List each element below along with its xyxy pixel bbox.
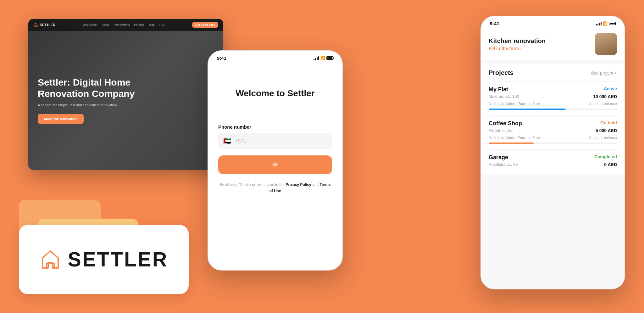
project-status-coffee-shop: On hold xyxy=(600,120,617,125)
footer-text-2: and xyxy=(311,182,320,187)
website-logo-text: SETTLER xyxy=(40,23,55,27)
nav-why-settler[interactable]: Why Settler xyxy=(83,23,97,26)
website-navbar: SETTLER Why Settler About How it works P… xyxy=(28,19,223,31)
nav-blog[interactable]: Blog xyxy=(149,23,155,26)
wifi-icon: 📶 xyxy=(320,56,325,60)
projects-status-time: 9:41 xyxy=(490,21,499,26)
signal-bars-icon xyxy=(314,56,319,60)
hero-content: Settler: Digital Home Renovation Company… xyxy=(38,77,214,124)
proj-battery-icon xyxy=(609,22,616,25)
project-name-garage: Garage xyxy=(489,154,508,161)
project-amount-my-flat: 10 000 AED xyxy=(593,94,617,99)
house-logo-icon xyxy=(39,249,61,271)
kitchen-image xyxy=(595,33,617,55)
logo-card: SETTLER xyxy=(19,225,189,294)
welcome-title: Welcome to Settler xyxy=(218,88,332,99)
nav-how-it-works[interactable]: How it works xyxy=(114,23,130,26)
footer-text-1: By clicking "Continue" you agree to the xyxy=(219,182,286,187)
nav-portfolio[interactable]: Portfolio xyxy=(134,23,145,26)
phone-body: Welcome to Settler Phone number 🇦🇪 +971 … xyxy=(208,63,342,204)
hero-subtitle: A service for simple, fast and convenien… xyxy=(38,103,214,107)
project-task-coffee-shop: Next installation: Pour the floor xyxy=(489,136,540,140)
project-balance-label-coffee-shop: Account balance xyxy=(589,136,617,140)
projects-section-header: Projects Add project + xyxy=(489,69,617,76)
brand-name: SETTLER xyxy=(68,248,168,271)
project-address-garage: Pushkina st., 39 xyxy=(489,162,518,167)
project-status-garage: Completed xyxy=(594,154,617,159)
phone-input[interactable]: +971 xyxy=(235,138,246,144)
projects-section: Projects Add project + My Flat Active Mu… xyxy=(481,64,625,174)
add-project-button[interactable]: Add project + xyxy=(591,70,617,75)
project-balance-label-my-flat: Account balance xyxy=(589,102,617,106)
projects-status-icons: 📶 xyxy=(596,21,616,26)
project-address-coffee-shop: Alboat st., 50 xyxy=(489,128,513,133)
project-header: Kitchen renovation Fill in the form › xyxy=(481,28,625,60)
website-logo: SETTLER xyxy=(33,23,55,27)
hero-cta-button[interactable]: Make the renovation xyxy=(38,114,84,124)
project-header-text: Kitchen renovation Fill in the form › xyxy=(489,37,590,51)
project-amount-coffee-shop: 5 000 AED xyxy=(596,128,617,133)
website-mockup: SETTLER Why Settler About How it works P… xyxy=(28,19,223,170)
battery-icon xyxy=(326,56,333,60)
phone-status-bar: 9:41 📶 xyxy=(208,51,342,63)
phone-number-label: Phone number xyxy=(218,124,332,130)
hero-title: Settler: Digital Home Renovation Company xyxy=(38,77,138,99)
phone-input-wrapper[interactable]: 🇦🇪 +971 xyxy=(218,133,332,149)
project-item-my-flat[interactable]: My Flat Active Mukhara st., 100 10 000 A… xyxy=(489,81,617,115)
project-progress-fill-my-flat xyxy=(489,109,566,110)
project-name-coffee-shop: Coffee Shop xyxy=(489,120,522,127)
project-name: Kitchen renovation xyxy=(489,37,590,45)
proj-wifi-icon: 📶 xyxy=(603,21,608,26)
spinner-icon: ✳ xyxy=(272,160,278,169)
project-item-garage[interactable]: Garage Completed Pushkina st., 39 0 AED xyxy=(489,149,617,174)
status-time: 9:41 xyxy=(217,55,226,61)
nav-faq[interactable]: FAQ xyxy=(159,23,165,26)
footer-legal-text: By clicking "Continue" you agree to the … xyxy=(218,182,332,194)
project-amount-garage: 0 AED xyxy=(604,162,617,167)
projects-status-bar: 9:41 📶 xyxy=(481,16,625,28)
flag-uae-icon: 🇦🇪 xyxy=(223,137,231,145)
website-nav-links: Why Settler About How it works Portfolio… xyxy=(62,23,186,26)
project-address-my-flat: Mukhara st., 100 xyxy=(489,94,519,99)
project-progress-fill-coffee-shop xyxy=(489,143,534,144)
fill-form-link[interactable]: Fill in the form › xyxy=(489,46,590,51)
status-icons: 📶 xyxy=(314,56,333,60)
project-progress-bar-coffee-shop xyxy=(489,143,617,144)
continue-button[interactable]: ✳ xyxy=(218,155,332,174)
project-task-my-flat: Next installation: Pour the floor xyxy=(489,102,540,106)
fill-form-text: Fill in the form xyxy=(489,46,519,51)
website-hero: Settler: Digital Home Renovation Company… xyxy=(28,31,223,170)
privacy-policy-link[interactable]: Privacy Policy xyxy=(286,182,311,187)
phone-projects-screen: 9:41 📶 Kitchen renovation Fill in the fo… xyxy=(480,16,625,289)
chevron-right-icon: › xyxy=(520,46,522,51)
projects-title: Projects xyxy=(489,69,514,76)
project-item-coffee-shop[interactable]: Coffee Shop On hold Alboat st., 50 5 000… xyxy=(489,115,617,149)
project-status-my-flat: Active xyxy=(604,86,617,91)
proj-signal-icon xyxy=(596,22,602,25)
project-progress-bar-my-flat xyxy=(489,109,617,110)
phone-welcome-screen: 9:41 📶 Welcome to Settler Phone number 🇦… xyxy=(208,50,343,271)
nav-about[interactable]: About xyxy=(102,23,109,26)
project-name-my-flat: My Flat xyxy=(489,86,508,93)
website-cta-button[interactable]: Get a call back xyxy=(192,22,218,28)
